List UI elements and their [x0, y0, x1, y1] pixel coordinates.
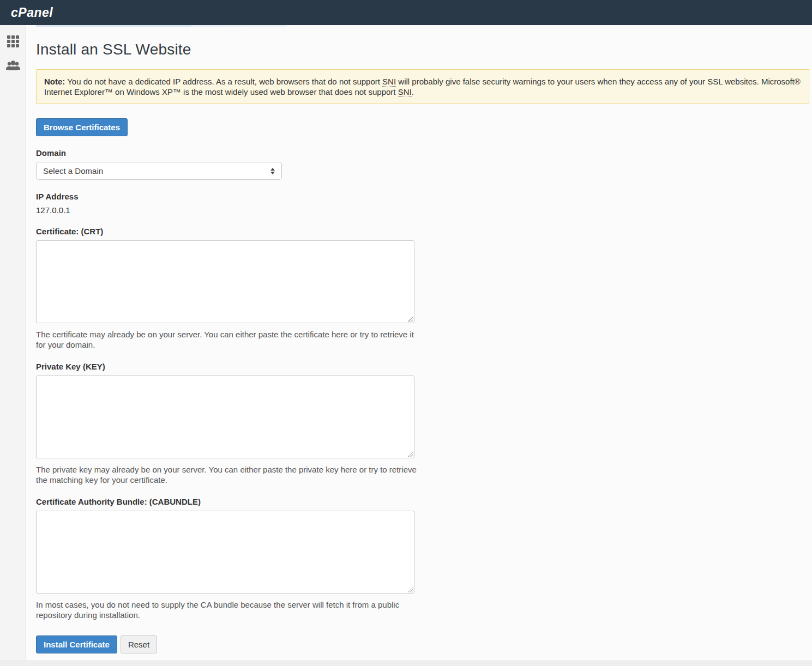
install-certificate-button[interactable]: Install Certificate	[36, 635, 117, 653]
certificate-crt-help: The certificate may already be on your s…	[36, 329, 418, 350]
apps-grid-icon	[7, 35, 19, 47]
private-key-textarea[interactable]	[36, 376, 414, 458]
left-sidebar	[0, 25, 26, 661]
certificate-crt-textarea[interactable]	[36, 240, 414, 323]
cabundle-help: In most cases, you do not need to supply…	[36, 600, 418, 620]
certificate-crt-field-wrap	[36, 240, 414, 325]
ip-address-label: IP Address	[36, 192, 809, 201]
sni-abbr: SNI	[382, 77, 396, 87]
domain-select[interactable]: Select a Domain	[36, 162, 282, 180]
page-title: Install an SSL Website	[36, 41, 809, 58]
ip-address-value: 127.0.0.1	[36, 205, 809, 215]
sni-abbr: SNI	[398, 87, 412, 97]
note-text-1: You do not have a dedicated IP address. …	[65, 77, 382, 86]
certificate-crt-label: Certificate: (CRT)	[36, 227, 809, 236]
content-area: Install an SSL Website Note: You do not …	[26, 25, 812, 661]
private-key-field-wrap	[36, 376, 414, 460]
domain-label: Domain	[36, 148, 809, 158]
note-label: Note:	[44, 77, 65, 86]
sidebar-item-users[interactable]	[4, 58, 22, 75]
tab-strip-artifact	[36, 25, 287, 27]
reset-button[interactable]: Reset	[121, 635, 157, 653]
sni-warning-note: Note: You do not have a dedicated IP add…	[36, 69, 809, 104]
cpanel-logo: cPanel	[11, 5, 53, 20]
users-icon	[5, 59, 21, 75]
sidebar-item-apps[interactable]	[4, 33, 22, 50]
private-key-help: The private key may already be on your s…	[36, 464, 418, 485]
bottom-footer-band	[0, 661, 812, 666]
note-text-3: .	[412, 87, 414, 96]
cabundle-field-wrap	[36, 511, 414, 595]
browse-certificates-button[interactable]: Browse Certificates	[36, 118, 128, 136]
top-navbar: cPanel	[0, 0, 812, 25]
domain-select-value: Select a Domain	[43, 166, 103, 175]
cabundle-textarea[interactable]	[36, 511, 414, 594]
private-key-label: Private Key (KEY)	[36, 362, 809, 371]
cabundle-label: Certificate Authority Bundle: (CABUNDLE)	[36, 497, 809, 506]
select-arrows-icon	[270, 168, 275, 174]
form-actions: Install Certificate Reset	[36, 635, 809, 653]
